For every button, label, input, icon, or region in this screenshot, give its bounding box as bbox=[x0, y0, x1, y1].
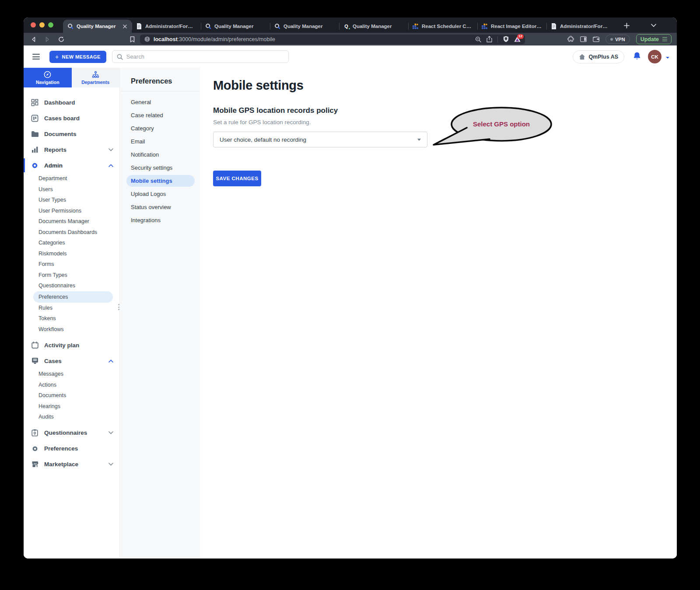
forward-button[interactable] bbox=[44, 36, 50, 42]
notifications-bell-icon[interactable] bbox=[633, 52, 641, 62]
new-tab-button[interactable] bbox=[622, 21, 631, 30]
pref-item-category[interactable]: Category bbox=[120, 122, 200, 135]
tab-quality-manager-active[interactable]: Quality Manager bbox=[63, 20, 132, 33]
window-controls bbox=[31, 22, 53, 28]
url-host: localhost bbox=[154, 36, 178, 42]
tab-quality-manager-4[interactable]: Q Quality Manager bbox=[339, 20, 408, 33]
pref-item-general[interactable]: General bbox=[120, 95, 200, 108]
sidebar-item-activity-plan[interactable]: Activity plan bbox=[24, 337, 119, 353]
sidebar-item-rules[interactable]: Rules bbox=[24, 303, 119, 314]
tab-react-scheduler[interactable]: React Scheduler Comp bbox=[408, 20, 477, 33]
close-tab-icon[interactable] bbox=[122, 24, 128, 28]
sidebar-item-reports[interactable]: Reports bbox=[24, 142, 119, 157]
sidebar-item-preferences-active[interactable]: Preferences bbox=[33, 291, 113, 303]
sidebar-item-workflows[interactable]: Workflows bbox=[24, 324, 119, 335]
pref-item-email[interactable]: Email bbox=[120, 135, 200, 148]
cases-submenu: Messages Actions Documents Hearings Audi… bbox=[24, 369, 119, 422]
sidebar-item-audits[interactable]: Audits bbox=[24, 412, 119, 422]
sidebar-item-questionnaires[interactable]: Questionnaires bbox=[24, 425, 119, 441]
zoom-window-button[interactable] bbox=[48, 22, 53, 28]
tab-administrator-forms[interactable]: Administrator/Forms - ( bbox=[132, 20, 201, 33]
sidebar-panel-icon[interactable] bbox=[580, 36, 587, 42]
sidebar-item-forms[interactable]: Forms bbox=[24, 259, 119, 270]
gps-policy-select[interactable]: User choice, default no recording bbox=[213, 132, 427, 147]
save-changes-button[interactable]: SAVE CHANGES bbox=[213, 171, 261, 186]
compass-icon bbox=[44, 71, 51, 78]
minimize-window-button[interactable] bbox=[39, 22, 45, 28]
sidebar-item-categories[interactable]: Categories bbox=[24, 237, 119, 248]
sidebar-item-dashboard[interactable]: Dashboard bbox=[24, 94, 119, 110]
sidebar-item-form-types[interactable]: Form Types bbox=[24, 270, 119, 281]
browser-toolbar: localhost:3000/module/admin/preferences/… bbox=[24, 33, 677, 45]
close-window-button[interactable] bbox=[31, 22, 36, 28]
zoom-out-icon[interactable] bbox=[475, 36, 481, 42]
new-message-button[interactable]: + NEW MESSAGE bbox=[49, 51, 106, 63]
pref-item-mobile-settings[interactable]: Mobile settings bbox=[126, 175, 195, 187]
share-icon[interactable] bbox=[486, 36, 492, 42]
sidebar-item-questionnaires-admin[interactable]: Questionnaires bbox=[24, 280, 119, 291]
tab-quality-manager-3[interactable]: Quality Manager bbox=[270, 20, 339, 33]
sidebar-item-user-types[interactable]: User Types bbox=[24, 195, 119, 206]
brave-shield-icon[interactable] bbox=[503, 36, 509, 42]
pref-item-integrations[interactable]: Integrations bbox=[120, 213, 200, 227]
bar-chart-icon bbox=[31, 146, 39, 154]
preferences-panel: Preferences General Case related Categor… bbox=[120, 68, 200, 559]
sidebar-item-hearings[interactable]: Hearings bbox=[24, 401, 119, 412]
chevron-up-icon bbox=[108, 360, 113, 363]
tab-title: Administrator/Forms - ( bbox=[145, 24, 197, 29]
bookmark-icon[interactable] bbox=[130, 36, 135, 42]
sidebar-item-documents-dashboards[interactable]: Documents Dashboards bbox=[24, 227, 119, 238]
reload-button[interactable] bbox=[58, 36, 64, 42]
org-selector[interactable]: QmPlus AS bbox=[573, 50, 624, 63]
wallet-icon[interactable] bbox=[593, 36, 599, 42]
chevron-down-icon bbox=[108, 463, 113, 466]
pref-item-upload-logos[interactable]: Upload Logos bbox=[120, 187, 200, 200]
sidebar-item-preferences[interactable]: Preferences bbox=[24, 441, 119, 457]
sidebar-item-tokens[interactable]: Tokens bbox=[24, 313, 119, 324]
address-bar[interactable]: localhost:3000/module/admin/preferences/… bbox=[140, 35, 525, 44]
sidebar-item-marketplace[interactable]: Marketplace bbox=[24, 457, 119, 472]
sidebar-item-department[interactable]: Department bbox=[24, 173, 119, 184]
sidebar-item-user-permissions[interactable]: User Permissions bbox=[24, 206, 119, 216]
search-input[interactable] bbox=[126, 53, 284, 60]
tab-strip: Quality Manager Administrator/Forms - ( … bbox=[63, 20, 616, 33]
sidebar-item-messages[interactable]: Messages bbox=[24, 369, 119, 380]
extensions-puzzle-icon[interactable] bbox=[567, 36, 574, 42]
tab-search-chevron-icon[interactable] bbox=[649, 21, 658, 30]
tab-quality-manager-2[interactable]: Quality Manager bbox=[201, 20, 270, 33]
app-body: Navigation Departments Dashboard bbox=[24, 68, 677, 559]
pref-item-notification[interactable]: Notification bbox=[120, 148, 200, 161]
panel-resize-handle[interactable] bbox=[118, 304, 119, 310]
grid-favicon-icon bbox=[481, 23, 488, 30]
tab-title: Quality Manager bbox=[353, 24, 404, 29]
pref-item-status-overview[interactable]: Status overview bbox=[120, 200, 200, 213]
sidebar-item-admin[interactable]: Admin bbox=[24, 157, 119, 173]
chevron-up-icon bbox=[108, 164, 113, 167]
tab-administrator-forms-2[interactable]: Administrator/Forms - ( bbox=[546, 20, 616, 33]
update-menu-button[interactable]: Update bbox=[636, 34, 672, 44]
sidebar-item-documents-manager[interactable]: Documents Manager bbox=[24, 216, 119, 227]
vpn-button[interactable]: VPN bbox=[606, 35, 630, 44]
account-chevron-down-icon[interactable] bbox=[665, 53, 670, 61]
tab-departments[interactable]: Departments bbox=[72, 68, 120, 87]
sidebar-item-cases-board[interactable]: Cases board bbox=[24, 110, 119, 126]
menu-hamburger-icon[interactable] bbox=[32, 54, 40, 59]
avatar[interactable]: CK bbox=[648, 50, 662, 63]
tab-title: React Image Editor - Ed bbox=[491, 24, 542, 29]
pref-item-case-related[interactable]: Case related bbox=[120, 108, 200, 122]
tab-navigation[interactable]: Navigation bbox=[24, 68, 72, 87]
tab-react-image-editor[interactable]: React Image Editor - Ed bbox=[477, 20, 546, 33]
site-info-icon[interactable] bbox=[144, 36, 150, 42]
back-button[interactable] bbox=[31, 36, 37, 42]
sidebar-item-riskmodels[interactable]: Riskmodels bbox=[24, 248, 119, 259]
dashboard-icon bbox=[31, 98, 39, 107]
sidebar-item-actions[interactable]: Actions bbox=[24, 380, 119, 391]
sidebar-item-cases[interactable]: Cases bbox=[24, 353, 119, 369]
pref-item-security-settings[interactable]: Security settings bbox=[120, 161, 200, 174]
sidebar-item-documents[interactable]: Documents bbox=[24, 126, 119, 142]
clipboard-icon bbox=[31, 429, 39, 437]
sidebar-item-cases-documents[interactable]: Documents bbox=[24, 390, 119, 401]
sidebar-item-users[interactable]: Users bbox=[24, 184, 119, 195]
org-name: QmPlus AS bbox=[588, 54, 618, 60]
extension-triangle-icon[interactable]: 12 bbox=[514, 36, 521, 42]
